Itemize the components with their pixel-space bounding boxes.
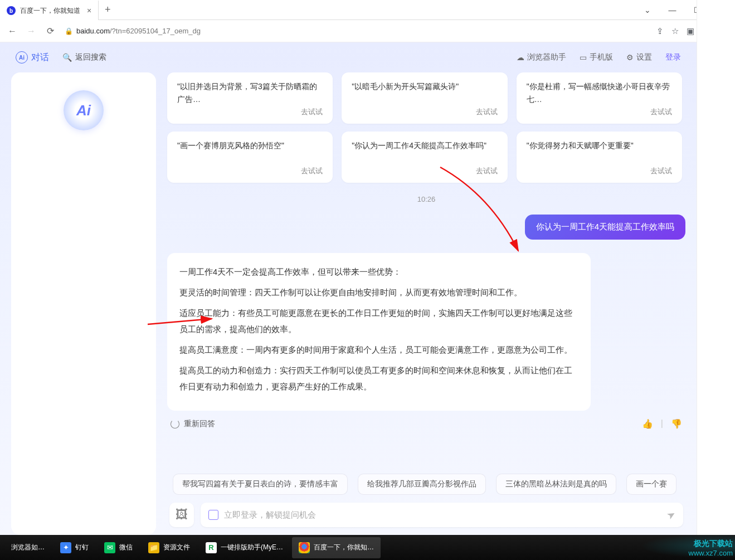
response-line: 一周工作4天不一定会提高工作效率，但可以带来一些优势： bbox=[179, 264, 578, 280]
cropped-margin bbox=[697, 0, 735, 535]
regenerate-button[interactable]: 重新回答 bbox=[171, 419, 215, 429]
prompt-card[interactable]: "以旧并选日为背景，写3篇关于防晒霜的广告…去试试 bbox=[167, 72, 333, 124]
send-icon[interactable]: ➤ bbox=[665, 508, 678, 523]
wechat-icon: ✉ bbox=[104, 542, 115, 553]
prompt-card[interactable]: "画一个赛博朋克风格的孙悟空"去试试 bbox=[167, 132, 333, 183]
chat-column: "以旧并选日为背景，写3篇关于防晒霜的广告…去试试 "以暗毛小新为开头写篇藏头诗… bbox=[167, 72, 685, 535]
taskbar-item[interactable]: R一键排版助手(MyE… bbox=[199, 537, 290, 558]
reload-button[interactable]: ⟳ bbox=[42, 23, 58, 39]
prompt-card[interactable]: "你是杜甫，写一幅感慨快递小哥日夜辛劳七…去试试 bbox=[517, 72, 682, 124]
page-topbar: Ai 对话 🔍 返回搜索 ☁浏览器助手 ▭手机版 ⚙设置 登录 bbox=[0, 42, 697, 72]
add-button[interactable]: 🖼 bbox=[169, 503, 194, 527]
tab-title: 百度一下，你就知道 bbox=[20, 6, 80, 16]
card-row-2: "画一个赛博朋克风格的孙悟空"去试试 "你认为一周工作4天能提高工作效率吗"去试… bbox=[167, 132, 682, 183]
suggestion-chip[interactable]: 三体的黑暗丛林法则是真的吗 bbox=[496, 474, 616, 495]
minimize-button[interactable]: — bbox=[660, 0, 685, 20]
forward-button[interactable]: → bbox=[23, 23, 39, 39]
watermark-title: 极光下载站 bbox=[694, 539, 733, 549]
folder-icon: 📁 bbox=[148, 542, 159, 553]
return-search-label: 返回搜索 bbox=[75, 52, 106, 62]
taskbar-item[interactable]: ✦钉钉 bbox=[53, 537, 95, 558]
panel-icon[interactable]: ▣ bbox=[687, 26, 694, 36]
page-content: Ai 对话 🔍 返回搜索 ☁浏览器助手 ▭手机版 ⚙设置 登录 Ai "以旧并选… bbox=[0, 42, 697, 535]
prompt-card[interactable]: "你认为一周工作4天能提高工作效率吗"去试试 bbox=[342, 132, 507, 183]
thumbs-down-icon[interactable]: 👎 bbox=[671, 418, 682, 429]
suggestion-row: 帮我写四篇有关于夏日表白的诗，要情感丰富 给我推荐几部豆瓣高分影视作品 三体的黑… bbox=[167, 474, 685, 495]
chat-input[interactable]: 立即登录，解锁提问机会 ➤ bbox=[201, 503, 683, 527]
response-line: 更灵活的时间管理：四天工作制可以让你更自由地安排时间，从而更有效地管理时间和工作… bbox=[179, 285, 578, 301]
taskbar-item[interactable]: 浏览器如… bbox=[4, 537, 51, 558]
url-host: baidu.com bbox=[76, 27, 110, 35]
settings-label: 设置 bbox=[636, 52, 652, 62]
suggestion-chip[interactable]: 给我推荐几部豆瓣高分影视作品 bbox=[358, 474, 486, 495]
divider: | bbox=[661, 418, 663, 429]
timestamp: 10:26 bbox=[167, 195, 685, 203]
suggestion-chip[interactable]: 帮我写四篇有关于夏日表白的诗，要情感丰富 bbox=[173, 474, 348, 495]
response-line: 提高员工满意度：一周内有更多的时间用于家庭和个人生活，员工可能会更满意工作，更愿… bbox=[179, 342, 578, 358]
thumbs-up-icon[interactable]: 👍 bbox=[642, 418, 653, 429]
lock-icon: 🔒 bbox=[65, 27, 73, 35]
card-row-1: "以旧并选日为背景，写3篇关于防晒霜的广告…去试试 "以暗毛小新为开头写篇藏头诗… bbox=[167, 72, 682, 124]
response-line: 适应员工能力：有些员工可能更愿意在更长的工作日工作更短的时间，实施四天工作制可以… bbox=[179, 305, 578, 338]
prompt-card[interactable]: "以暗毛小新为开头写篇藏头诗"去试试 bbox=[342, 72, 507, 124]
taskbar-label: 浏览器如… bbox=[11, 543, 45, 552]
watermark: 极光下载站 www.xz7.com bbox=[640, 534, 735, 558]
cube-icon bbox=[208, 510, 218, 520]
regenerate-label: 重新回答 bbox=[184, 419, 215, 429]
taskbar-item-active[interactable]: 百度一下，你就知… bbox=[292, 537, 381, 558]
try-button[interactable]: 去试试 bbox=[476, 107, 498, 117]
suggestion-chip[interactable]: 画一个赛 bbox=[626, 474, 676, 495]
try-button[interactable]: 去试试 bbox=[650, 107, 672, 117]
return-to-search[interactable]: 🔍 返回搜索 bbox=[62, 52, 106, 62]
new-tab-button[interactable]: + bbox=[99, 0, 116, 20]
app-icon: R bbox=[206, 542, 217, 553]
share-icon[interactable]: ⇪ bbox=[656, 26, 664, 36]
browser-titlebar: b 百度一下，你就知道 × + ⌄ — ☐ ✕ bbox=[0, 0, 735, 20]
search-icon: 🔍 bbox=[62, 53, 72, 62]
prompt-card[interactable]: "你觉得努力和天赋哪个更重要"去试试 bbox=[517, 132, 682, 183]
gear-icon: ⚙ bbox=[626, 53, 634, 62]
cloud-icon: ☁ bbox=[517, 53, 524, 62]
try-button[interactable]: 去试试 bbox=[476, 166, 498, 176]
taskbar-item[interactable]: 📁资源文件 bbox=[142, 537, 197, 558]
login-link[interactable]: 登录 bbox=[665, 52, 681, 62]
back-button[interactable]: ← bbox=[4, 23, 20, 39]
chrome-icon bbox=[299, 542, 310, 553]
user-message-bubble: 你认为一周工作4天能提高工作效率吗 bbox=[525, 215, 685, 240]
try-button[interactable]: 去试试 bbox=[301, 166, 323, 176]
card-text: "你觉得努力和天赋哪个更重要" bbox=[527, 139, 672, 152]
prompt-cards-area: "以旧并选日为背景，写3篇关于防晒霜的广告…去试试 "以暗毛小新为开头写篇藏头诗… bbox=[167, 72, 685, 183]
ai-chat-tab[interactable]: Ai 对话 bbox=[16, 51, 49, 64]
phone-icon: ▭ bbox=[580, 53, 587, 62]
card-text: "以旧并选日为背景，写3篇关于防晒霜的广告… bbox=[177, 80, 323, 106]
helper-label: 浏览器助手 bbox=[527, 52, 566, 62]
ai-response-bubble: 一周工作4天不一定会提高工作效率，但可以带来一些优势： 更灵活的时间管理：四天工… bbox=[167, 253, 591, 411]
input-placeholder: 立即登录，解锁提问机会 bbox=[224, 510, 316, 520]
windows-taskbar: 浏览器如… ✦钉钉 ✉微信 📁资源文件 R一键排版助手(MyE… 百度一下，你就… bbox=[0, 535, 735, 560]
mobile-version[interactable]: ▭手机版 bbox=[580, 52, 613, 62]
close-tab-icon[interactable]: × bbox=[87, 6, 91, 15]
watermark-url: www.xz7.com bbox=[689, 549, 733, 557]
refresh-icon bbox=[171, 420, 179, 428]
mobile-label: 手机版 bbox=[590, 52, 613, 62]
taskbar-item[interactable]: ✉微信 bbox=[98, 537, 139, 558]
card-text: "画一个赛博朋克风格的孙悟空" bbox=[177, 139, 323, 152]
browser-tab-active[interactable]: b 百度一下，你就知道 × bbox=[0, 0, 99, 20]
url-box[interactable]: 🔒 baidu.com/?tn=62095104_17_oem_dg bbox=[61, 27, 204, 35]
left-sidebar: Ai bbox=[11, 72, 156, 535]
input-row: 🖼 立即登录，解锁提问机会 ➤ bbox=[167, 503, 685, 527]
address-bar: ← → ⟳ 🔒 baidu.com/?tn=62095104_17_oem_dg… bbox=[0, 20, 735, 42]
settings-link[interactable]: ⚙设置 bbox=[626, 52, 652, 62]
browser-helper[interactable]: ☁浏览器助手 bbox=[517, 52, 566, 62]
bookmark-icon[interactable]: ☆ bbox=[671, 26, 679, 36]
response-actions: 重新回答 👍 | 👎 bbox=[167, 418, 685, 429]
try-button[interactable]: 去试试 bbox=[650, 166, 672, 176]
ai-chat-label: 对话 bbox=[31, 52, 49, 64]
chevron-down-icon[interactable]: ⌄ bbox=[635, 0, 660, 20]
try-button[interactable]: 去试试 bbox=[301, 107, 323, 117]
ai-logo: Ai bbox=[64, 90, 104, 130]
taskbar-label: 一键排版助手(MyE… bbox=[221, 543, 283, 552]
taskbar-label: 钉钉 bbox=[75, 543, 89, 552]
card-text: "你认为一周工作4天能提高工作效率吗" bbox=[352, 139, 497, 152]
dingtalk-icon: ✦ bbox=[60, 542, 71, 553]
